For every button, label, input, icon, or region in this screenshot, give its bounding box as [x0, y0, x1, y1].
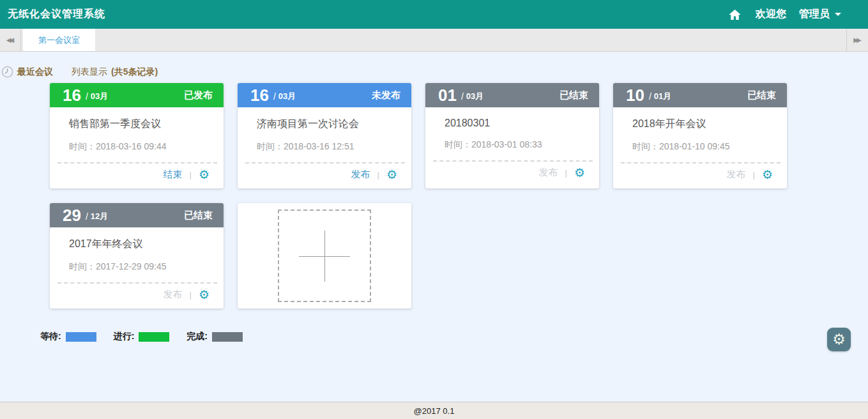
time-label: 时间： — [69, 261, 96, 271]
legend-label: 等待: — [40, 331, 61, 342]
meeting-time: 时间：2018-03-16 12:51 — [257, 141, 400, 153]
meeting-card-header: 16 / 03月 未发布 — [238, 83, 411, 107]
date-separator: / — [649, 91, 651, 102]
gear-icon[interactable]: ⚙ — [574, 167, 585, 179]
meeting-time: 时间：2017-12-29 09:45 — [69, 261, 213, 273]
meeting-card: 16 / 03月 已发布 销售部第一季度会议 时间：2018-03-16 09:… — [50, 83, 224, 188]
top-header: 无纸化会议管理系统 欢迎您 管理员 — [0, 0, 868, 29]
footer-divider: | — [190, 290, 192, 300]
meeting-month: 03月 — [91, 91, 108, 102]
legend-swatch-waiting — [66, 332, 96, 342]
meeting-card-body: 2017年年终会议 时间：2017-12-29 09:45 — [50, 227, 224, 273]
meeting-card-header: 01 / 03月 已结束 — [425, 83, 599, 107]
meeting-day: 16 — [63, 87, 81, 103]
time-label: 时间： — [69, 141, 96, 151]
meeting-card-body: 销售部第一季度会议 时间：2018-03-16 09:44 — [50, 107, 224, 153]
tab-label: 第一会议室 — [38, 34, 80, 46]
legend-item-waiting: 等待: — [40, 331, 96, 342]
time-value: 2017-12-29 09:45 — [96, 261, 167, 271]
home-icon[interactable] — [728, 8, 742, 21]
meeting-card-body: 济南项目第一次讨论会 时间：2018-03-16 12:51 — [238, 107, 411, 153]
meeting-title: 20180301 — [445, 118, 588, 129]
meeting-time: 时间：2018-01-10 09:45 — [632, 141, 776, 153]
meeting-month: 03月 — [466, 91, 483, 102]
time-value: 2018-03-01 08:33 — [471, 139, 542, 149]
legend-item-finished: 完成: — [187, 331, 243, 342]
page-footer: @2017 0.1 — [0, 402, 868, 419]
recent-meetings-title: 最近会议 — [17, 66, 53, 78]
publish-meeting-link-disabled: 发布 — [539, 167, 558, 179]
meeting-card-footer: 发布 | ⚙ — [238, 164, 411, 181]
time-value: 2018-03-16 09:44 — [96, 141, 167, 151]
meeting-card-header: 16 / 03月 已发布 — [50, 83, 224, 107]
gear-icon[interactable]: ⚙ — [762, 169, 773, 181]
meeting-day: 29 — [63, 207, 81, 224]
tab-scroll-right-button[interactable]: ▶▶ — [846, 29, 868, 51]
meeting-day: 01 — [438, 87, 457, 103]
footer-divider: | — [753, 170, 755, 179]
meeting-title: 2017年年终会议 — [69, 238, 213, 251]
footer-divider: | — [377, 170, 379, 179]
legend-swatch-finished — [212, 332, 243, 342]
status-legend: 等待: 进行: 完成: — [40, 331, 868, 342]
add-meeting-card[interactable] — [238, 203, 411, 309]
copyright-text: @2017 0.1 — [414, 406, 455, 416]
time-label: 时间： — [632, 141, 659, 151]
footer-divider: | — [565, 168, 567, 178]
status-badge: 未发布 — [372, 89, 400, 102]
gear-icon[interactable]: ⚙ — [386, 169, 397, 181]
double-left-arrow-icon: ◀◀ — [6, 36, 12, 43]
meeting-card-header: 29 / 12月 已结束 — [50, 203, 224, 227]
end-meeting-link[interactable]: 结束 — [164, 169, 183, 181]
status-badge: 已结束 — [560, 89, 588, 102]
double-right-arrow-icon: ▶▶ — [853, 36, 859, 43]
meeting-title: 销售部第一季度会议 — [69, 118, 213, 131]
settings-button[interactable]: ⚙ — [827, 328, 851, 351]
meeting-card-grid: 16 / 03月 已发布 销售部第一季度会议 时间：2018-03-16 09:… — [0, 83, 868, 323]
main-content: 最近会议 列表显示 (共5条记录) 16 / 03月 已发布 销售部第一季度会议… — [0, 52, 868, 402]
publish-meeting-link[interactable]: 发布 — [351, 169, 370, 181]
time-label: 时间： — [445, 139, 471, 149]
meeting-title: 2018年开年会议 — [632, 118, 776, 131]
meeting-month: 01月 — [654, 91, 671, 102]
meeting-title: 济南项目第一次讨论会 — [257, 118, 400, 131]
meeting-card-header: 10 / 01月 已结束 — [613, 83, 787, 107]
meeting-day: 16 — [250, 87, 269, 103]
date-separator: / — [86, 91, 88, 102]
status-badge: 已结束 — [184, 210, 213, 222]
list-display-link[interactable]: 列表显示 — [72, 66, 107, 78]
gear-icon[interactable]: ⚙ — [199, 289, 209, 301]
footer-divider: | — [190, 170, 192, 179]
user-menu[interactable]: 管理员 — [799, 8, 841, 21]
topbar-right: 欢迎您 管理员 — [728, 8, 841, 21]
section-header: 最近会议 列表显示 (共5条记录) — [1, 66, 868, 78]
tab-meeting-room-1[interactable]: 第一会议室 — [23, 29, 95, 51]
meeting-day: 10 — [626, 87, 644, 103]
status-badge: 已发布 — [184, 89, 213, 102]
welcome-text: 欢迎您 — [756, 8, 786, 21]
meeting-card-footer: 发布 | ⚙ — [50, 284, 224, 301]
add-meeting-dropzone — [278, 210, 371, 302]
tab-scroll-left-button[interactable]: ◀◀ — [0, 29, 21, 51]
meeting-card: 10 / 01月 已结束 2018年开年会议 时间：2018-01-10 09:… — [613, 83, 787, 188]
publish-meeting-link-disabled: 发布 — [727, 169, 746, 181]
meeting-month: 12月 — [91, 211, 108, 222]
meeting-card-body: 2018年开年会议 时间：2018-01-10 09:45 — [613, 107, 787, 153]
legend-item-in-progress: 进行: — [114, 331, 170, 342]
meeting-card-footer: 结束 | ⚙ — [50, 164, 224, 181]
date-separator: / — [461, 91, 464, 102]
tabbar-spacer — [95, 29, 846, 51]
time-value: 2018-01-10 09:45 — [659, 141, 730, 151]
date-separator: / — [273, 91, 276, 102]
record-count: (共5条记录) — [111, 66, 158, 78]
chevron-down-icon — [835, 13, 841, 19]
publish-meeting-link-disabled: 发布 — [164, 289, 183, 301]
meeting-card-body: 20180301 时间：2018-03-01 08:33 — [425, 107, 599, 151]
gear-icon[interactable]: ⚙ — [199, 169, 209, 181]
app-window: 无纸化会议管理系统 欢迎您 管理员 ◀◀ 第一会议室 ▶▶ — [0, 0, 868, 419]
meeting-card-footer: 发布 | ⚙ — [613, 164, 787, 181]
meeting-month: 03月 — [278, 91, 296, 102]
meeting-time: 时间：2018-03-16 09:44 — [69, 141, 213, 153]
meeting-card: 16 / 03月 未发布 济南项目第一次讨论会 时间：2018-03-16 12… — [238, 83, 411, 188]
meeting-card-footer: 发布 | ⚙ — [425, 162, 599, 179]
